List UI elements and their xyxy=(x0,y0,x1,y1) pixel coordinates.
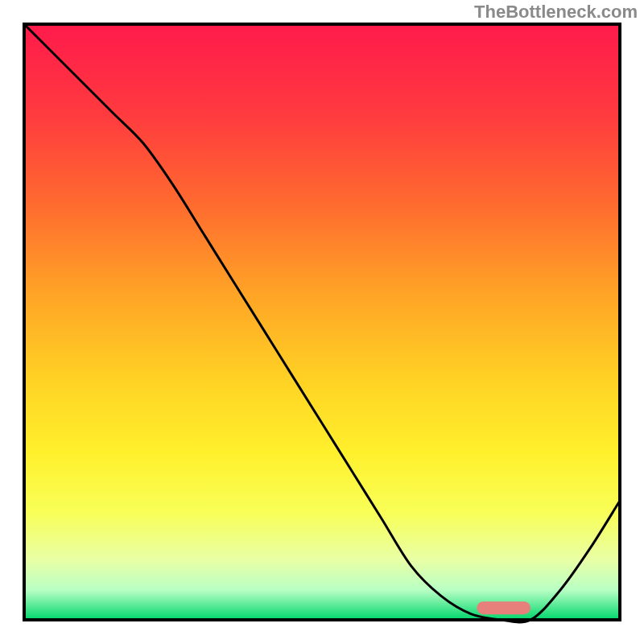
optimal-range-marker xyxy=(477,601,530,614)
watermark-text: TheBottleneck.com xyxy=(474,2,638,23)
bottleneck-chart xyxy=(0,0,644,644)
chart-container: TheBottleneck.com xyxy=(0,0,644,644)
